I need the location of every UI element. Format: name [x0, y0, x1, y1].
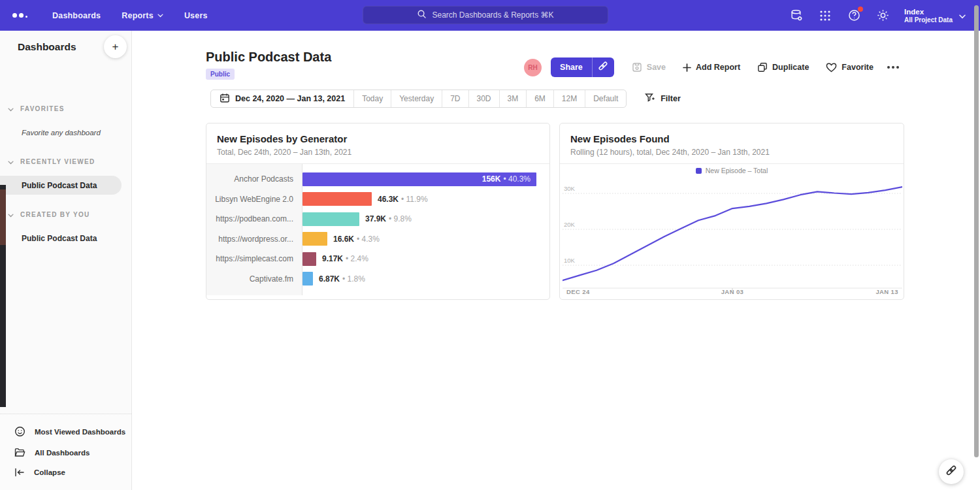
date-preset-30d[interactable]: 30D [468, 90, 499, 107]
sidebar-section-created-by-you[interactable]: CREATED BY YOU [0, 202, 132, 227]
share-button[interactable]: Share [551, 57, 592, 77]
date-range-group: Dec 24, 2020 — Jan 13, 2021 TodayYesterd… [210, 90, 627, 108]
duplicate-icon [757, 62, 768, 73]
sidebar-section-label: CREATED BY YOU [20, 211, 90, 218]
sidebar: Dashboards + FAVORITESFavorite any dashb… [0, 31, 132, 490]
divider [560, 163, 904, 164]
date-preset-yesterday[interactable]: Yesterday [391, 90, 442, 107]
top-nav-items: DashboardsReportsUsers [44, 6, 216, 25]
help-icon[interactable] [847, 8, 861, 23]
favorite-button[interactable]: Favorite [817, 57, 882, 77]
line-chart-svg: 10K20K30K [563, 177, 902, 293]
calendar-icon [220, 93, 230, 105]
sidebar-item-public-podcast-data[interactable]: Public Podcast Data [0, 229, 132, 248]
avatar[interactable]: RH [524, 59, 542, 76]
chevron-down-icon [8, 103, 14, 114]
bar-value-label: 6.87K• 1.8% [319, 274, 365, 284]
report-card-new-episodes-found: New Episodes Found Rolling (12 hours), t… [559, 123, 904, 300]
data-management-icon[interactable] [789, 8, 804, 23]
nav-item-label: Users [184, 11, 208, 20]
date-preset-6m[interactable]: 6M [526, 90, 553, 107]
date-preset-3m[interactable]: 3M [499, 90, 527, 107]
sidebar-item-public-podcast-data[interactable]: Public Podcast Data [0, 176, 122, 195]
desktop-edge-artifact [0, 189, 6, 245]
sidebar-section-favorites[interactable]: FAVORITES [0, 96, 132, 121]
add-dashboard-button[interactable]: + [104, 35, 127, 58]
share-link-fab[interactable] [939, 459, 964, 484]
visibility-badge: Public [206, 69, 235, 80]
date-preset-7d[interactable]: 7D [442, 90, 468, 107]
more-options-button[interactable] [882, 66, 904, 69]
mixpanel-logo-icon[interactable] [12, 13, 27, 18]
sidebar-item-label: Public Podcast Data [22, 181, 97, 190]
y-axis-tick-label: 30K [564, 185, 576, 192]
plus-icon [683, 63, 691, 72]
sidebar-footer-all-dashboards[interactable]: All Dashboards [0, 442, 131, 463]
nav-item-dashboards[interactable]: Dashboards [44, 6, 108, 25]
bar-category-label: https://wordpress.or... [206, 235, 302, 244]
project-switcher[interactable]: Index All Project Data [904, 7, 966, 24]
share-button-group: Share [551, 57, 614, 77]
bar-track: 37.9K• 9.8% [302, 209, 549, 229]
chevron-down-icon [8, 155, 14, 167]
chevron-down-icon [959, 10, 966, 22]
date-range-picker[interactable]: Dec 24, 2020 — Jan 13, 2021 [211, 90, 353, 107]
copy-link-button[interactable] [592, 57, 614, 77]
sidebar-footer-label: Collapse [34, 468, 65, 476]
bar-segment[interactable] [302, 232, 327, 246]
sidebar-footer-most-viewed-dashboards[interactable]: Most Viewed Dashboards [0, 421, 131, 442]
filter-button[interactable]: Filter [645, 93, 681, 105]
bar-category-label: https://simplecast.com [206, 254, 302, 263]
bar-value-label: 9.17K• 2.4% [322, 254, 368, 263]
nav-item-label: Reports [122, 11, 154, 20]
sidebar-footer-collapse[interactable]: Collapse [0, 463, 131, 482]
settings-gear-icon[interactable] [875, 8, 890, 23]
bar-segment[interactable] [302, 252, 316, 266]
top-nav: DashboardsReportsUsers Search Dashboards… [0, 0, 980, 31]
duplicate-button[interactable]: Duplicate [749, 57, 817, 77]
add-report-button[interactable]: Add Report [674, 57, 749, 77]
nav-item-reports[interactable]: Reports [114, 6, 171, 25]
line-series-new-episode-total [563, 187, 902, 280]
report-subtitle: Rolling (12 hours), total, Dec 24th, 202… [570, 148, 770, 157]
search-input[interactable]: Search Dashboards & Reports ⌘K [363, 6, 608, 24]
save-icon [632, 62, 642, 73]
top-nav-right: Index All Project Data [789, 0, 966, 31]
apps-grid-icon[interactable] [818, 8, 832, 23]
bar-track: 9.17K• 2.4% [302, 249, 549, 269]
save-button[interactable]: Save [623, 57, 674, 77]
date-preset-12m[interactable]: 12M [553, 90, 585, 107]
app-window: DashboardsReportsUsers Search Dashboards… [0, 0, 980, 490]
report-title: New Episodes Found [570, 133, 670, 144]
vertical-scrollbar[interactable] [974, 5, 979, 457]
filter-icon [645, 93, 655, 105]
bar-segment[interactable] [302, 272, 313, 286]
date-preset-today[interactable]: Today [353, 90, 391, 107]
date-controls: Dec 24, 2020 — Jan 13, 2021 TodayYesterd… [210, 90, 681, 108]
report-title: New Episodes by Generator [217, 133, 347, 144]
sidebar-section-recently-viewed[interactable]: RECENTLY VIEWED [0, 149, 132, 174]
bar-chart-row: https://podbean.com...37.9K• 9.8% [206, 209, 549, 229]
bar-chart: Anchor Podcasts156K• 40.3%Libsyn WebEngi… [206, 169, 549, 289]
section-gap [0, 197, 132, 202]
heart-icon [826, 62, 837, 73]
date-presets: TodayYesterday7D30D3M6M12MDefault [353, 90, 626, 107]
bar-segment[interactable] [302, 192, 372, 206]
collapse-icon [14, 468, 25, 477]
page-title: Public Podcast Data [206, 50, 331, 65]
bar-value-label: 156K• 40.3% [482, 172, 531, 186]
bar-chart-row: https://wordpress.or...16.6K• 4.3% [206, 229, 549, 250]
sidebar-section-label: FAVORITES [20, 105, 65, 112]
legend-item[interactable]: New Episode – Total [560, 167, 904, 174]
bar-track: 16.6K• 4.3% [302, 229, 549, 250]
folder-icon [14, 448, 25, 457]
bar-segment[interactable]: 156K• 40.3% [302, 172, 536, 186]
nav-item-users[interactable]: Users [176, 6, 216, 25]
date-preset-default[interactable]: Default [585, 90, 626, 107]
legend-swatch [696, 168, 702, 174]
bar-category-label: Anchor Podcasts [206, 174, 302, 184]
sidebar-item-favorite-any-dashboard: Favorite any dashboard [0, 123, 132, 142]
bar-segment[interactable] [302, 212, 359, 226]
y-axis-tick-label: 20K [564, 221, 576, 228]
search-icon [417, 9, 427, 21]
